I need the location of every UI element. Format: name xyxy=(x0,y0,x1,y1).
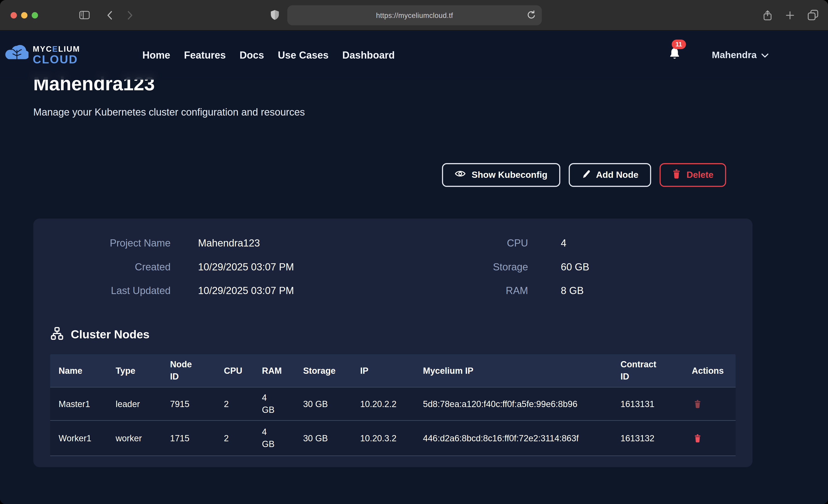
mycelium-cloud-logo-icon xyxy=(5,44,29,67)
chevron-down-icon xyxy=(761,50,769,60)
toolbar-right-icons xyxy=(762,0,819,30)
url-text: https://myceliumcloud.tf xyxy=(376,11,453,19)
close-window-button[interactable] xyxy=(10,12,17,18)
notifications-button[interactable]: 11 xyxy=(668,47,681,64)
cluster-details-card: Project Name Mahendra123 Created 10/29/2… xyxy=(33,218,753,467)
cluster-nodes-heading: Cluster Nodes xyxy=(50,327,752,342)
nav-link-features[interactable]: Features xyxy=(184,49,226,61)
forward-icon[interactable] xyxy=(126,10,134,20)
delete-node-button[interactable] xyxy=(694,434,701,443)
privacy-shield-icon[interactable] xyxy=(271,9,280,20)
table-header-row: Name Type Node ID CPU RAM Storage IP Myc… xyxy=(50,354,736,387)
delete-node-button[interactable] xyxy=(694,399,701,408)
nav-link-home[interactable]: Home xyxy=(142,49,170,61)
minimize-window-button[interactable] xyxy=(21,12,28,18)
share-icon[interactable] xyxy=(762,9,773,21)
info-row-created: Created 10/29/2025 03:07 PM xyxy=(33,255,393,279)
address-bar[interactable]: https://myceliumcloud.tf xyxy=(287,5,542,25)
info-row-last-updated: Last Updated 10/29/2025 03:07 PM xyxy=(33,279,393,302)
table-row-worker1: Worker1 worker 1715 2 4 GB 30 GB 10.20.3… xyxy=(50,420,736,456)
info-row-project-name: Project Name Mahendra123 xyxy=(33,231,393,255)
user-name: Mahendra xyxy=(712,50,756,60)
info-row-cpu: CPU 4 xyxy=(393,231,753,255)
add-node-button[interactable]: Add Node xyxy=(569,163,651,187)
info-row-storage: Storage 60 GB xyxy=(393,255,753,279)
back-icon[interactable] xyxy=(106,10,114,20)
zoom-window-button[interactable] xyxy=(32,12,38,18)
pencil-icon xyxy=(581,169,590,181)
bell-icon xyxy=(668,54,681,63)
info-column-left: Project Name Mahendra123 Created 10/29/2… xyxy=(33,231,393,302)
nav-link-dashboard[interactable]: Dashboard xyxy=(342,49,395,61)
page-body: MYCELIUM CLOUD Home Features Docs Use Ca… xyxy=(0,31,828,504)
brand-wordmark: MYCELIUM CLOUD xyxy=(33,45,80,66)
nav-links: Home Features Docs Use Cases Dashboard xyxy=(142,49,395,61)
page-content: Mahendra123 Manage your Kubernetes clust… xyxy=(0,31,828,467)
browser-toolbar: https://myceliumcloud.tf xyxy=(0,0,828,31)
tab-overview-icon[interactable] xyxy=(807,9,818,20)
info-column-right: CPU 4 Storage 60 GB RAM 8 GB xyxy=(393,231,753,302)
table-row-master1: Master1 leader 7915 2 4 GB 30 GB 10.20.2… xyxy=(50,387,736,420)
safari-window: https://myceliumcloud.tf xyxy=(0,0,828,504)
trash-icon xyxy=(672,169,681,181)
page-subtitle: Manage your Kubernetes cluster configura… xyxy=(33,105,828,120)
eye-icon xyxy=(455,170,466,180)
traffic-lights xyxy=(10,12,38,18)
info-row-ram: RAM 8 GB xyxy=(393,279,753,302)
cluster-nodes-table: Name Type Node ID CPU RAM Storage IP Myc… xyxy=(50,354,736,456)
nav-right: 11 Mahendra xyxy=(668,47,769,64)
screenshot-viewport: https://myceliumcloud.tf xyxy=(0,0,828,504)
new-tab-icon[interactable] xyxy=(785,10,795,20)
cluster-info-grid: Project Name Mahendra123 Created 10/29/2… xyxy=(33,218,753,302)
cluster-actions-row: Show Kubeconfig Add Node Delete xyxy=(33,163,726,187)
delete-cluster-button[interactable]: Delete xyxy=(660,163,726,187)
nav-link-use-cases[interactable]: Use Cases xyxy=(278,49,329,61)
brand-logo[interactable]: MYCELIUM CLOUD xyxy=(5,44,80,67)
notification-badge: 11 xyxy=(672,40,686,49)
nav-link-docs[interactable]: Docs xyxy=(240,49,264,61)
reload-icon[interactable] xyxy=(527,10,536,21)
show-kubeconfig-button[interactable]: Show Kubeconfig xyxy=(442,163,560,187)
sitemap-icon xyxy=(50,327,64,342)
user-menu[interactable]: Mahendra xyxy=(712,50,769,60)
site-navbar: MYCELIUM CLOUD Home Features Docs Use Ca… xyxy=(0,31,828,80)
sidebar-toggle-icon[interactable] xyxy=(79,10,90,19)
